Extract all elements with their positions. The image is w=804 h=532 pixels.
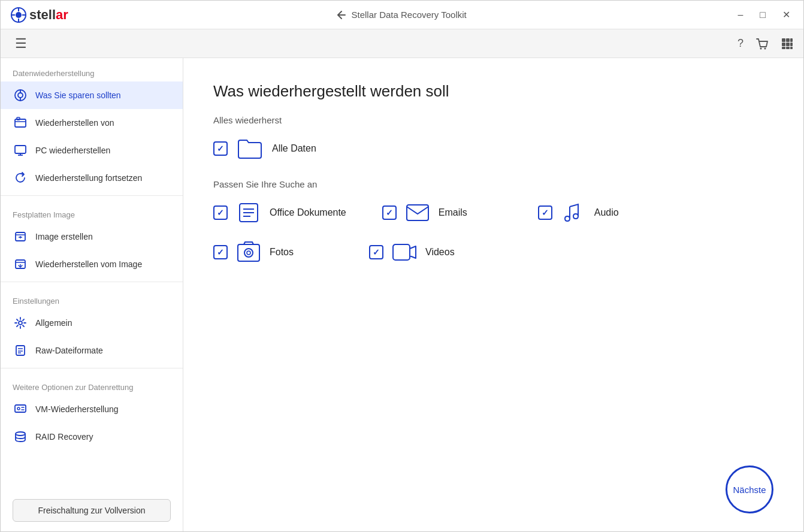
sidebar-item-general-label: Allgemein (35, 318, 72, 328)
fotos-icon (235, 238, 262, 266)
svg-rect-9 (786, 38, 790, 42)
svg-rect-50 (393, 244, 410, 260)
vm-icon (13, 401, 28, 417)
next-btn-container: Nächste (183, 454, 803, 531)
customize-label: Passen Sie Ihre Suche an (213, 179, 773, 189)
next-button[interactable]: Nächste (726, 466, 773, 513)
svg-rect-14 (782, 47, 785, 49)
file-types-row-1: Office Dokumente Email (213, 199, 773, 226)
all-data-label: Alle Daten (272, 143, 316, 154)
unlock-button[interactable]: Freischaltung zur Vollversion (13, 499, 171, 522)
file-types-row-2: Fotos Videos (213, 238, 773, 266)
videos-label: Videos (425, 247, 455, 258)
sidebar-item-what-label: Was Sie sparen sollten (35, 90, 121, 100)
fotos-checkbox[interactable] (213, 245, 228, 259)
sidebar-item-create-image[interactable]: Image erstellen (1, 223, 183, 250)
emails-label: Emails (439, 207, 467, 218)
sidebar-item-raw[interactable]: Raw-Dateiformate (1, 337, 183, 364)
raid-icon (13, 429, 28, 445)
sidebar-item-recover-from[interactable]: Wiederherstellen von (1, 109, 183, 137)
svg-rect-13 (790, 43, 793, 46)
what-icon (13, 87, 28, 103)
sidebar-item-create-image-label: Image erstellen (35, 232, 93, 241)
pc-icon (13, 143, 28, 158)
stellar-logo-icon (10, 7, 27, 23)
svg-rect-12 (786, 43, 790, 46)
emails-checkbox[interactable] (382, 205, 397, 220)
grid-icon (781, 37, 794, 50)
svg-rect-16 (790, 47, 793, 49)
general-icon (13, 315, 28, 331)
back-arrow-icon (335, 10, 346, 20)
all-data-checkbox[interactable] (213, 141, 228, 156)
svg-point-48 (244, 249, 253, 257)
sidebar-item-general[interactable]: Allgemein (1, 309, 183, 337)
divider-2 (1, 282, 183, 282)
svg-rect-11 (782, 43, 785, 46)
logo: stellar (10, 7, 68, 23)
titlebar-center: Stellar Data Recovery Toolkit (335, 10, 466, 20)
office-checkbox[interactable] (213, 205, 228, 220)
help-button[interactable]: ? (737, 37, 743, 50)
svg-rect-24 (15, 146, 26, 153)
svg-point-18 (18, 93, 23, 98)
continue-icon (13, 170, 28, 186)
grid-button[interactable] (781, 37, 794, 50)
titlebar-left: stellar (10, 7, 68, 23)
audio-checkbox[interactable] (538, 205, 552, 220)
svg-rect-21 (15, 119, 26, 127)
office-icon (235, 199, 262, 226)
svg-rect-10 (790, 38, 793, 42)
sidebar-item-continue-label: Wiederherstellung fortsetzen (35, 173, 142, 183)
videos-checkbox[interactable] (369, 245, 383, 259)
svg-point-40 (17, 407, 20, 410)
svg-rect-35 (16, 346, 25, 355)
sidebar-item-vm[interactable]: VM-Wiederherstellung (1, 395, 183, 423)
minimize-button[interactable]: – (734, 8, 746, 22)
sidebar-item-pc[interactable]: PC wiederherstellen (1, 137, 183, 164)
sidebar-item-raid-label: RAID Recovery (35, 432, 93, 442)
svg-point-6 (760, 47, 762, 49)
customize-section: Passen Sie Ihre Suche an (213, 179, 773, 266)
section-all-label: Alles wiederherst (213, 115, 773, 125)
all-data-row: Alle Daten (213, 135, 773, 162)
divider-3 (1, 368, 183, 368)
section-more-label: Weitere Optionen zur Datenrettung (1, 372, 183, 395)
main-layout: Datenwiederherstellung Was Sie sparen so… (1, 58, 803, 531)
logo-text: stellar (29, 7, 68, 23)
recover-from-icon (13, 115, 28, 131)
svg-rect-23 (17, 117, 20, 120)
sidebar-footer: Freischaltung zur Vollversion (1, 489, 183, 531)
close-button[interactable]: ✕ (779, 8, 794, 22)
sidebar-item-raid[interactable]: RAID Recovery (1, 423, 183, 451)
page-title: Was wiederhergestellt werden soll (213, 82, 773, 101)
content-area: Was wiederhergestellt werden soll Alles … (183, 58, 803, 454)
app-title: Stellar Data Recovery Toolkit (351, 10, 466, 20)
audio-label: Audio (594, 207, 619, 218)
toolbar: ☰ ? (1, 29, 803, 58)
restore-image-icon (13, 256, 28, 272)
sidebar-item-vm-label: VM-Wiederherstellung (35, 404, 119, 414)
section-image-label: Festplatten Image (1, 200, 183, 223)
videos-icon (391, 238, 418, 266)
sidebar-item-restore-image-label: Wiederherstellen vom Image (35, 259, 142, 269)
cart-icon (755, 37, 769, 50)
menu-button[interactable]: ☰ (10, 34, 32, 54)
section-recovery-label: Datenwiederherstellung (1, 58, 183, 81)
section-settings-label: Einstellungen (1, 286, 183, 309)
cart-button[interactable] (755, 37, 769, 50)
file-type-fotos: Fotos (213, 238, 333, 266)
toolbar-left: ☰ (10, 34, 32, 54)
sidebar-item-raw-label: Raw-Dateiformate (35, 346, 103, 355)
sidebar-item-what[interactable]: Was Sie sparen sollten (1, 81, 183, 109)
maximize-button[interactable]: □ (756, 8, 769, 22)
sidebar-item-continue[interactable]: Wiederherstellung fortsetzen (1, 164, 183, 192)
sidebar-item-restore-image[interactable]: Wiederherstellen vom Image (1, 250, 183, 278)
svg-rect-47 (238, 244, 259, 261)
svg-rect-39 (15, 405, 26, 412)
file-type-office: Office Dokumente (213, 199, 346, 226)
fotos-label: Fotos (270, 247, 294, 258)
sidebar-item-pc-label: PC wiederherstellen (35, 146, 110, 155)
svg-point-49 (247, 251, 250, 255)
raw-icon (13, 343, 28, 358)
